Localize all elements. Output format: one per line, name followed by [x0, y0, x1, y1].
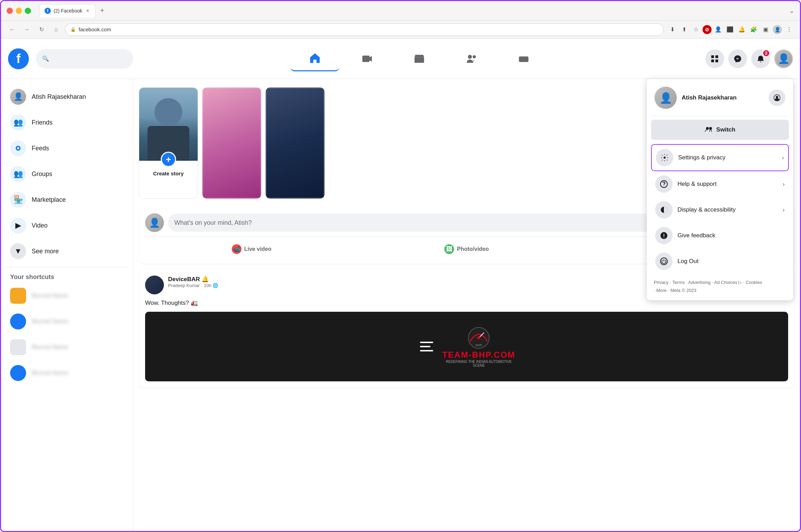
sidebar-item-profile[interactable]: 👤 Atish Rajasekharan: [5, 85, 129, 109]
shortcut-1-label: Blurred Name: [32, 292, 68, 299]
traffic-lights: [7, 8, 31, 14]
settings-arrow-icon: ›: [782, 154, 784, 161]
shortcut-4-label: Blurred Name: [32, 370, 68, 376]
settings-icon: [656, 149, 673, 166]
svg-text:km/h: km/h: [476, 343, 482, 347]
home-icon: [309, 53, 320, 64]
nav-groups[interactable]: [447, 46, 496, 71]
home-browser-button[interactable]: ⌂: [50, 24, 62, 35]
extension4-icon[interactable]: 🧩: [748, 24, 759, 35]
dropdown-profile-row[interactable]: 👤 Atish Rajasekharan: [651, 83, 789, 112]
extension1-icon[interactable]: 👤: [713, 24, 723, 35]
footer-more[interactable]: · More: [654, 288, 667, 293]
ublock-icon[interactable]: ⊘: [703, 25, 712, 34]
see-more-icon: ▼: [10, 243, 26, 259]
give-feedback-item[interactable]: ! Give feedback: [651, 223, 789, 248]
shortcut-1-icon: [10, 288, 26, 304]
address-bar[interactable]: 🔒 facebook.com: [65, 23, 664, 36]
nav-gaming[interactable]: [499, 46, 548, 71]
notification-badge: 2: [762, 49, 770, 57]
settings-privacy-item[interactable]: Settings & privacy ›: [651, 144, 789, 171]
grid-apps-button[interactable]: [705, 49, 724, 68]
nav-video[interactable]: [343, 46, 391, 71]
footer-advertising[interactable]: Advertising: [688, 280, 711, 285]
fb-header-right: 2 👤: [705, 49, 793, 68]
menu-dots-icon[interactable]: ⋮: [784, 24, 794, 35]
sidebar-video-label: Video: [32, 222, 48, 229]
photo-video-button[interactable]: 🖼 Photo/video: [439, 241, 494, 257]
notifications-button[interactable]: 2: [751, 49, 770, 68]
active-tab[interactable]: f (2) Facebook ✕: [39, 4, 96, 17]
forward-button[interactable]: →: [21, 24, 32, 35]
download-icon[interactable]: ⬇: [667, 24, 677, 35]
footer-ad-choices[interactable]: Ad Choices ▷: [714, 280, 742, 285]
svg-rect-11: [715, 55, 718, 58]
story-card-2[interactable]: [202, 87, 261, 199]
shortcut-3-icon: [10, 339, 26, 355]
profile-browser-icon[interactable]: 👤: [772, 24, 783, 35]
marketplace-icon: [414, 53, 425, 64]
new-tab-button[interactable]: +: [97, 6, 107, 16]
nav-marketplace[interactable]: [395, 46, 444, 71]
create-story-card[interactable]: + Create story: [139, 87, 198, 199]
footer-cookies[interactable]: Cookies: [746, 280, 762, 285]
reload-button[interactable]: ↻: [36, 24, 47, 35]
messenger-button[interactable]: [728, 49, 747, 68]
bookmark-icon[interactable]: ☆: [691, 24, 701, 35]
sidebar-item-feeds[interactable]: Feeds: [5, 136, 129, 160]
switch-account-button[interactable]: Switch: [651, 120, 789, 140]
dropdown-divider-1: [651, 116, 789, 116]
svg-point-8: [525, 58, 526, 59]
extension2-icon[interactable]: ⬛: [725, 24, 735, 35]
shortcut-3[interactable]: Blurred Name: [5, 335, 129, 359]
logout-label: Log Out: [677, 258, 785, 265]
svg-point-4: [473, 55, 476, 58]
logout-item[interactable]: Log Out: [651, 248, 789, 274]
extension3-icon[interactable]: 🔔: [737, 24, 747, 35]
search-input[interactable]: 🔍: [36, 49, 133, 69]
sidebar-item-marketplace[interactable]: 🏪 Marketplace: [5, 188, 129, 212]
shortcut-4-icon: [10, 365, 26, 381]
feedback-icon: !: [655, 227, 673, 244]
sidebar-see-more-label: See more: [32, 248, 59, 255]
live-video-button[interactable]: 📹 Live video: [227, 241, 276, 257]
account-dropdown: 👤 Atish Rajasekharan: [647, 79, 793, 300]
browser-navbar: ← → ↻ ⌂ 🔒 facebook.com ⬇ ⬆ ☆ ⊘ 👤 ⬛ 🔔 🧩 ▣…: [1, 21, 800, 39]
help-icon: [655, 175, 673, 193]
browser-right-icons: ⬇ ⬆ ☆ ⊘ 👤 ⬛ 🔔 🧩 ▣ 👤 ⋮: [667, 24, 794, 35]
sidebar-item-see-more[interactable]: ▼ See more: [5, 239, 129, 263]
help-support-item[interactable]: Help & support ›: [651, 171, 789, 197]
tab-close-button[interactable]: ✕: [85, 8, 90, 14]
svg-text:!: !: [663, 233, 665, 238]
browser-titlebar: f (2) Facebook ✕ + ⌄: [1, 1, 800, 21]
shortcut-4[interactable]: Blurred Name: [5, 361, 129, 385]
shortcuts-title: Your shortcuts: [5, 271, 129, 284]
minimize-button[interactable]: [16, 8, 22, 14]
url-text: facebook.com: [79, 26, 111, 32]
dropdown-profile-name: Atish Rajasekharan: [682, 94, 764, 101]
sidebar-browser-icon[interactable]: ▣: [760, 24, 771, 35]
help-support-label: Help & support: [677, 181, 778, 188]
post-author-avatar: [145, 276, 164, 294]
nav-home[interactable]: [291, 46, 339, 71]
user-avatar-button[interactable]: 👤: [774, 49, 793, 68]
footer-privacy[interactable]: Privacy: [654, 280, 669, 285]
share-icon[interactable]: ⬆: [679, 24, 689, 35]
window-controls[interactable]: ⌄: [789, 7, 794, 15]
close-button[interactable]: [7, 8, 13, 14]
sidebar-item-friends[interactable]: 👥 Friends: [5, 110, 129, 135]
shortcut-1[interactable]: Blurred Name: [5, 284, 129, 308]
dropdown-edit-button[interactable]: [769, 89, 785, 106]
back-button[interactable]: ←: [7, 24, 18, 35]
footer-terms[interactable]: Terms: [672, 280, 684, 285]
fb-logo[interactable]: f: [8, 48, 29, 69]
fb-sidebar: 👤 Atish Rajasekharan 👥 Friends: [1, 79, 133, 531]
svg-point-25: [664, 157, 666, 159]
shortcut-2[interactable]: Blurred Name: [5, 309, 129, 334]
sidebar-item-groups[interactable]: 👥 Groups: [5, 162, 129, 186]
display-accessibility-item[interactable]: Display & accessibility ›: [651, 197, 789, 223]
story-card-3[interactable]: [265, 87, 325, 199]
maximize-button[interactable]: [25, 8, 31, 14]
sidebar-item-video[interactable]: ▶ Video: [5, 213, 129, 238]
display-accessibility-label: Display & accessibility: [677, 206, 778, 213]
